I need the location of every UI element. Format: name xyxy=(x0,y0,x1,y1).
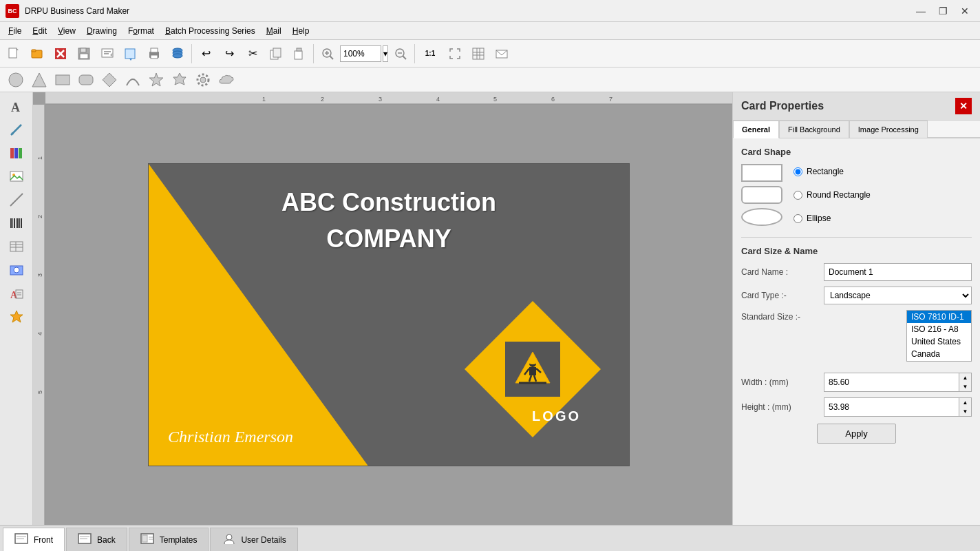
menu-edit[interactable]: Edit xyxy=(27,25,52,37)
width-up[interactable]: ▲ xyxy=(959,373,971,382)
card-name-input[interactable]: Document 1 xyxy=(824,263,972,281)
text2-tool[interactable]: A xyxy=(4,282,29,304)
svg-rect-55 xyxy=(19,148,22,158)
fit-button[interactable] xyxy=(444,43,466,65)
minimize-button[interactable]: — xyxy=(911,4,930,18)
round-rect-shape[interactable] xyxy=(76,70,96,90)
ruler-top: 1 2 3 4 5 6 7 xyxy=(45,92,732,105)
star-shape[interactable] xyxy=(146,70,167,90)
zoom-input[interactable]: 100% xyxy=(340,45,381,62)
main-area: A A xyxy=(0,92,980,525)
panel-content: Card Shape Rectangle Round Rectangle xyxy=(733,138,980,452)
database-button[interactable] xyxy=(167,43,189,65)
radio-ellipse[interactable] xyxy=(793,214,802,223)
size-iso7810[interactable]: ISO 7810 ID-1 xyxy=(907,311,971,323)
width-input[interactable]: 85.60 xyxy=(824,373,959,391)
app-title: DRPU Business Card Maker xyxy=(25,6,911,16)
triangle-shape[interactable] xyxy=(29,70,50,90)
height-down[interactable]: ▼ xyxy=(959,407,971,416)
svg-text:1: 1 xyxy=(262,96,266,103)
width-down[interactable]: ▼ xyxy=(959,382,971,391)
redo-button[interactable]: ↪ xyxy=(218,43,240,65)
email-button[interactable] xyxy=(491,43,513,65)
save-button[interactable] xyxy=(73,43,95,65)
grid-button[interactable] xyxy=(467,43,489,65)
height-up[interactable]: ▲ xyxy=(959,398,971,407)
star-tool[interactable] xyxy=(4,306,29,328)
menu-drawing[interactable]: Drawing xyxy=(81,25,122,37)
screenshot-tool[interactable] xyxy=(4,259,29,281)
svg-text:2: 2 xyxy=(321,96,324,103)
rect-shape[interactable] xyxy=(52,70,73,90)
pen-tool[interactable] xyxy=(4,118,29,141)
shape-preview-ellipse xyxy=(741,208,782,226)
card-company-line1[interactable]: ABC Construction xyxy=(149,188,629,217)
menu-view[interactable]: View xyxy=(52,25,81,37)
cut-button[interactable]: ✂ xyxy=(242,43,264,65)
open-button[interactable] xyxy=(26,43,48,65)
menu-help[interactable]: Help xyxy=(287,25,315,37)
print-button[interactable] xyxy=(143,43,165,65)
close-button[interactable]: ✕ xyxy=(955,4,974,18)
books-tool[interactable] xyxy=(4,142,29,164)
tab-back[interactable]: Back xyxy=(66,528,127,551)
menu-mail[interactable]: Mail xyxy=(261,25,287,37)
svg-rect-64 xyxy=(19,218,20,228)
image-tool[interactable] xyxy=(4,165,29,187)
standard-size-label: Standard Size :- xyxy=(741,310,824,322)
size-canada[interactable]: Canada xyxy=(907,348,971,360)
text-tool[interactable]: A xyxy=(4,95,29,117)
size-us[interactable]: United States xyxy=(907,335,971,348)
zoom-out-button[interactable] xyxy=(390,43,412,65)
card-type-select[interactable]: Landscape Portrait xyxy=(824,287,972,304)
radio-rectangle[interactable] xyxy=(793,167,802,176)
canvas-area[interactable]: 1 2 3 4 5 6 7 1 2 3 4 5 xyxy=(33,92,732,525)
cloud-shape[interactable] xyxy=(216,70,237,90)
restore-button[interactable]: ❐ xyxy=(933,4,952,18)
svg-marker-45 xyxy=(103,73,116,87)
arc-shape[interactable] xyxy=(122,70,143,90)
canvas-content[interactable]: ABC Construction COMPANY xyxy=(45,105,732,525)
star6-shape[interactable] xyxy=(169,70,190,90)
card-company-line2[interactable]: COMPANY xyxy=(149,225,629,253)
line-tool[interactable] xyxy=(4,189,29,211)
undo-button[interactable]: ↩ xyxy=(195,43,217,65)
standard-size-list[interactable]: ISO 7810 ID-1 ISO 216 - A8 United States… xyxy=(906,310,972,362)
svg-line-33 xyxy=(403,56,406,59)
size-iso216[interactable]: ISO 216 - A8 xyxy=(907,323,971,335)
edit-button[interactable] xyxy=(96,43,118,65)
left-toolbar: A A xyxy=(0,92,33,525)
svg-rect-35 xyxy=(473,48,484,59)
menu-format[interactable]: Format xyxy=(122,25,160,37)
tab-general[interactable]: General xyxy=(733,121,779,138)
zoom-in-button[interactable] xyxy=(317,43,339,65)
tab-front[interactable]: Front xyxy=(3,528,65,551)
business-card[interactable]: ABC Construction COMPANY xyxy=(148,163,630,466)
apply-button[interactable]: Apply xyxy=(817,424,896,444)
menu-batch[interactable]: Batch Processing Series xyxy=(160,25,261,37)
new-button[interactable] xyxy=(3,43,25,65)
menu-file[interactable]: File xyxy=(3,25,27,37)
tab-image-processing[interactable]: Image Processing xyxy=(849,121,928,138)
radio-round-rectangle[interactable] xyxy=(793,191,802,200)
tab-templates[interactable]: Templates xyxy=(129,528,209,551)
barcode-tool[interactable] xyxy=(4,212,29,234)
import-button[interactable] xyxy=(120,43,142,65)
height-input[interactable]: 53.98 xyxy=(824,398,959,416)
table-tool[interactable] xyxy=(4,236,29,258)
diamond-shape[interactable] xyxy=(99,70,120,90)
gear-shape[interactable] xyxy=(193,70,213,90)
tab-user-details-label: User Details xyxy=(241,535,286,545)
panel-close-button[interactable]: ✕ xyxy=(955,98,972,114)
zoom-dropdown[interactable]: ▾ xyxy=(383,45,388,62)
copy-button[interactable] xyxy=(265,43,287,65)
svg-text:6: 6 xyxy=(551,96,555,103)
paste-button[interactable] xyxy=(288,43,310,65)
tab-fill-background[interactable]: Fill Background xyxy=(779,121,849,138)
circle-shape[interactable] xyxy=(6,70,26,90)
tab-user-details[interactable]: User Details xyxy=(210,528,297,551)
svg-point-110 xyxy=(226,534,232,540)
tab-templates-icon xyxy=(140,532,156,547)
actual-size-button[interactable]: 1:1 xyxy=(418,43,443,65)
delete-button[interactable] xyxy=(50,43,72,65)
